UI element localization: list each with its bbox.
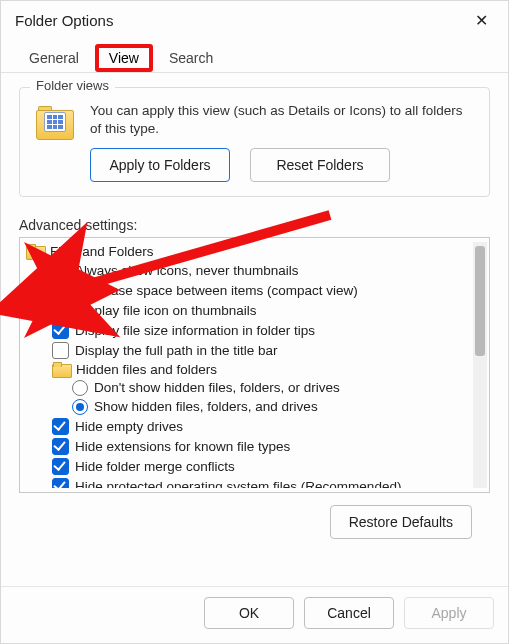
tab-general[interactable]: General [15,44,93,72]
option-hide-extensions[interactable]: Hide extensions for known file types [26,436,469,456]
titlebar: Folder Options ✕ [1,1,508,36]
dialog-title: Folder Options [15,12,113,29]
checkbox-icon[interactable] [52,342,69,359]
group-label: Files and Folders [50,244,154,259]
option-label: Decrease space between items (compact vi… [75,283,358,298]
apply-to-folders-button[interactable]: Apply to Folders [90,148,230,182]
checkbox-icon[interactable] [52,458,69,475]
option-label: Hide protected operating system files (R… [75,479,401,489]
option-label: Don't show hidden files, folders, or dri… [94,380,340,395]
option-label: Always show icons, never thumbnails [75,263,299,278]
option-display-full-path[interactable]: Display the full path in the title bar [26,340,469,360]
folder-views-group: Folder views You can apply this view (su… [19,87,490,197]
radio-icon[interactable] [72,399,88,415]
ok-button[interactable]: OK [204,597,294,629]
advanced-settings-list: Files and Folders Always show icons, nev… [26,242,469,488]
apply-button[interactable]: Apply [404,597,494,629]
group-label: Hidden files and folders [76,362,217,377]
checkbox-icon[interactable] [52,418,69,435]
option-label: Show hidden files, folders, and drives [94,399,318,414]
scrollbar-thumb[interactable] [475,246,485,356]
option-label: Hide extensions for known file types [75,439,290,454]
folder-views-legend: Folder views [30,78,115,93]
option-hide-merge-conflicts[interactable]: Hide folder merge conflicts [26,456,469,476]
folder-icon [52,362,70,376]
advanced-settings-box: Files and Folders Always show icons, nev… [19,237,490,493]
option-dont-show-hidden[interactable]: Don't show hidden files, folders, or dri… [26,378,469,397]
advanced-settings-label: Advanced settings: [19,217,490,233]
option-label: Display file icon on thumbnails [75,303,257,318]
restore-defaults-button[interactable]: Restore Defaults [330,505,472,539]
checkbox-icon[interactable] [52,478,69,489]
option-label: Hide folder merge conflicts [75,459,235,474]
group-hidden-files: Hidden files and folders [26,360,469,378]
checkbox-icon[interactable] [52,438,69,455]
group-files-and-folders: Files and Folders [26,242,469,260]
checkbox-icon[interactable] [52,282,69,299]
folder-options-dialog: Folder Options ✕ General View Search Fol… [0,0,509,644]
radio-icon[interactable] [72,380,88,396]
option-label: Hide empty drives [75,419,183,434]
option-label: Display file size information in folder … [75,323,315,338]
option-hide-protected-os-files[interactable]: Hide protected operating system files (R… [26,476,469,488]
reset-folders-button[interactable]: Reset Folders [250,148,390,182]
scrollbar[interactable] [473,242,487,488]
tab-strip: General View Search [1,36,508,73]
option-show-hidden[interactable]: Show hidden files, folders, and drives [26,397,469,416]
checkbox-icon[interactable] [52,322,69,339]
tab-search[interactable]: Search [155,44,227,72]
checkbox-icon[interactable] [52,262,69,279]
folder-icon [26,244,44,258]
folder-views-icon [34,106,78,144]
tab-content: Folder views You can apply this view (su… [1,73,508,539]
cancel-button[interactable]: Cancel [304,597,394,629]
close-icon[interactable]: ✕ [469,9,494,32]
option-always-show-icons[interactable]: Always show icons, never thumbnails [26,260,469,280]
dialog-button-row: OK Cancel Apply [1,586,508,643]
checkbox-icon[interactable] [52,302,69,319]
option-hide-empty-drives[interactable]: Hide empty drives [26,416,469,436]
option-display-size-tips[interactable]: Display file size information in folder … [26,320,469,340]
option-display-file-icon[interactable]: Display file icon on thumbnails [26,300,469,320]
option-label: Display the full path in the title bar [75,343,278,358]
tab-view[interactable]: View [95,44,153,72]
folder-views-description: You can apply this view (such as Details… [90,102,475,138]
option-decrease-space[interactable]: Decrease space between items (compact vi… [26,280,469,300]
